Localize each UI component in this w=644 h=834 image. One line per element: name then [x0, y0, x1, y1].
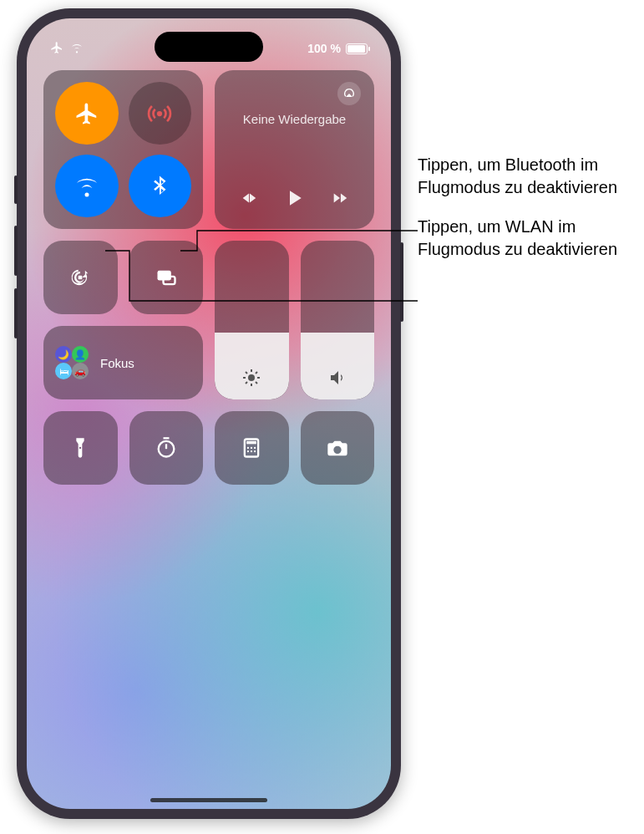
rotation-lock-toggle[interactable] — [43, 241, 118, 314]
phone-frame: 100 % — [17, 8, 401, 819]
airplane-mode-toggle[interactable] — [55, 82, 119, 145]
svg-point-23 — [254, 450, 256, 452]
control-center: Keine Wiedergabe 🌙 👤 🛏 — [43, 70, 374, 485]
svg-point-19 — [251, 447, 252, 449]
screen-mirroring-toggle[interactable] — [129, 241, 204, 314]
moon-icon: 🌙 — [55, 346, 72, 363]
side-button-volume-up — [14, 226, 18, 276]
calculator-button[interactable] — [215, 411, 289, 485]
cellular-data-toggle[interactable] — [129, 82, 192, 145]
camera-button[interactable] — [301, 411, 375, 485]
side-button-silent — [14, 175, 18, 204]
svg-line-11 — [246, 382, 247, 384]
rewind-icon[interactable] — [240, 189, 258, 211]
brightness-icon — [241, 368, 261, 391]
volume-slider[interactable] — [301, 241, 375, 399]
bed-icon: 🛏 — [55, 363, 72, 379]
media-title: Keine Wiedergabe — [228, 112, 361, 126]
svg-line-12 — [256, 372, 257, 374]
forward-icon[interactable] — [331, 189, 349, 211]
bluetooth-toggle[interactable] — [129, 155, 192, 217]
svg-point-20 — [254, 447, 256, 449]
play-icon[interactable] — [281, 186, 307, 214]
car-icon: 🚗 — [72, 363, 89, 379]
wifi-status-icon — [70, 41, 84, 57]
focus-icons: 🌙 👤 🛏 🚗 — [55, 344, 92, 381]
svg-line-10 — [256, 382, 257, 384]
dynamic-island — [155, 32, 263, 62]
battery-icon — [346, 43, 368, 54]
volume-icon — [327, 368, 347, 391]
wifi-toggle[interactable] — [55, 155, 119, 217]
svg-point-18 — [247, 447, 249, 449]
focus-label: Fokus — [100, 356, 134, 370]
person-icon: 👤 — [72, 346, 89, 363]
brightness-slider[interactable] — [215, 241, 289, 399]
svg-line-9 — [246, 372, 247, 374]
svg-point-4 — [248, 374, 255, 381]
svg-point-22 — [251, 450, 252, 452]
svg-point-21 — [247, 450, 249, 452]
airplay-icon[interactable] — [337, 82, 361, 105]
svg-rect-17 — [246, 441, 256, 445]
side-button-volume-down — [14, 288, 18, 338]
side-button-power — [400, 242, 403, 322]
callout-wifi: Tippen, um WLAN im Flugmodus zu deaktivi… — [418, 216, 635, 261]
timer-button[interactable] — [129, 411, 204, 485]
connectivity-panel[interactable] — [43, 70, 203, 229]
callout-bluetooth: Tippen, um Bluetooth im Flugmodus zu dea… — [418, 154, 635, 199]
home-indicator[interactable] — [150, 798, 267, 802]
svg-point-0 — [157, 110, 162, 115]
battery-percent: 100 % — [307, 42, 341, 55]
airplane-status-icon — [50, 41, 63, 57]
callouts: Tippen, um Bluetooth im Flugmodus zu dea… — [418, 154, 635, 277]
flashlight-button[interactable] — [43, 411, 118, 485]
media-panel[interactable]: Keine Wiedergabe — [215, 70, 374, 229]
focus-toggle[interactable]: 🌙 👤 🛏 🚗 Fokus — [43, 326, 203, 399]
screen: 100 % — [27, 18, 391, 809]
svg-rect-1 — [79, 276, 83, 280]
